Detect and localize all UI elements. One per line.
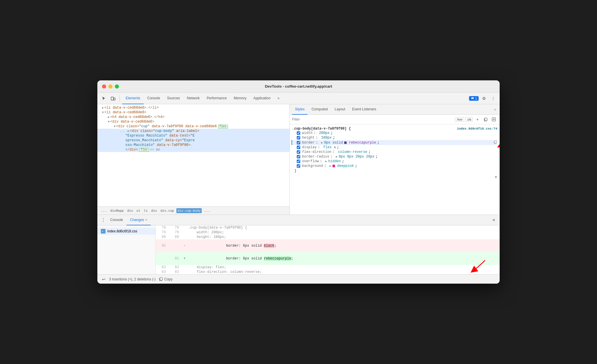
- svg-rect-8: [495, 141, 497, 143]
- dom-line[interactable]: ▼ <li data-v-ced68de6 >: [97, 110, 289, 115]
- bottom-panel: ⋮ Console Changes × × #: [97, 215, 500, 284]
- tab-event-listeners[interactable]: Event Listeners: [349, 104, 379, 115]
- tab-sources[interactable]: Sources: [164, 93, 183, 104]
- dom-line-cont3[interactable]: sso-Macchiato" data-v-7a0f9f00 > …: [97, 143, 289, 147]
- style-checkbox-border-radius[interactable]: [297, 155, 300, 158]
- minimize-button[interactable]: [108, 84, 113, 89]
- device-icon[interactable]: [109, 94, 117, 103]
- svg-rect-1: [114, 98, 115, 100]
- styles-content[interactable]: .cup-body[data-v-7a0f9f00] { index.8d6c6…: [290, 124, 500, 215]
- dom-line-cont[interactable]: "Espresso Macchiato" data-test="E: [97, 133, 289, 138]
- main-tabs: Elements Console Sources Network Perform…: [122, 93, 468, 104]
- line-num-right: 78: [169, 226, 182, 230]
- tab-elements[interactable]: Elements: [122, 93, 144, 104]
- cursor-icon[interactable]: [100, 94, 108, 103]
- copy-border-icon[interactable]: [494, 140, 497, 145]
- tab-layout[interactable]: Layout: [332, 104, 348, 115]
- tab-memory[interactable]: Memory: [230, 93, 250, 104]
- edit-style-icon[interactable]: [490, 116, 497, 123]
- breadcrumb-li[interactable]: li: [143, 208, 149, 213]
- tab-application[interactable]: Application: [250, 93, 274, 104]
- cls-badge[interactable]: .cls: [465, 117, 473, 122]
- style-prop-width[interactable]: width: 200px;: [292, 131, 497, 135]
- style-checkbox-width[interactable]: [297, 131, 300, 135]
- breadcrumb-ul[interactable]: ul: [135, 208, 141, 213]
- background-arrow[interactable]: ▶: [329, 164, 331, 168]
- breadcrumb-divcupbody[interactable]: div.cup-body: [176, 208, 202, 213]
- tab-network[interactable]: Network: [183, 93, 203, 104]
- breadcrumb-ellipsis[interactable]: ...: [100, 208, 108, 213]
- expand-arrow: ▼: [102, 111, 104, 114]
- tab-changes[interactable]: Changes ×: [127, 215, 151, 225]
- style-checkbox-border[interactable]: [297, 141, 300, 144]
- hov-badge[interactable]: :hov: [455, 117, 464, 122]
- style-prop-flex-direction[interactable]: flex-direction: column-reverse;: [292, 150, 497, 154]
- dom-tree[interactable]: ▶ <li data-v-ced68de6 > … </li> ▼ <li da…: [97, 104, 289, 206]
- expand-arrow: ▼: [114, 125, 115, 128]
- diff-content[interactable]: 78 78 .cup-body[data-v-7a0f9f00] { 79 79…: [156, 225, 500, 274]
- breadcrumb-more[interactable]: ...: [203, 208, 211, 213]
- color-swatch-border[interactable]: [344, 141, 347, 144]
- tab-performance[interactable]: Performance: [203, 93, 230, 104]
- file-name: index.8d6c6f18.css: [107, 229, 137, 233]
- styles-filter-input[interactable]: [292, 117, 454, 121]
- overflow-arrow[interactable]: ▶: [325, 160, 327, 163]
- maximize-button[interactable]: [115, 84, 119, 89]
- add-style-btn[interactable]: +: [494, 175, 497, 180]
- tab-console-bottom[interactable]: Console: [107, 215, 127, 225]
- color-swatch-background[interactable]: [332, 165, 335, 167]
- style-prop-display[interactable]: display: flex ⊞ ;: [292, 145, 497, 150]
- dom-line-close[interactable]: </div> flex == $0: [97, 147, 289, 152]
- style-checkbox-background[interactable]: [297, 164, 300, 168]
- line-num-left: 79: [156, 230, 169, 234]
- style-checkbox-overflow[interactable]: [297, 160, 300, 163]
- flex-badge: flex: [218, 125, 228, 128]
- dom-line[interactable]: ▼ <div data-v-ced68de6 >: [97, 119, 289, 124]
- undo-btn[interactable]: ↩: [102, 277, 106, 282]
- breadcrumb-div2[interactable]: div: [150, 208, 158, 213]
- tab-console[interactable]: Console: [144, 93, 164, 104]
- tab-computed[interactable]: Computed: [309, 104, 331, 115]
- border-radius-arrow[interactable]: ▶: [336, 155, 338, 158]
- tab-changes-close[interactable]: ×: [145, 218, 147, 222]
- notification-badge[interactable]: 1: [469, 96, 479, 101]
- diff-file-tree: # index.8d6c6f18.css: [97, 225, 156, 274]
- copy-style-icon[interactable]: [482, 116, 489, 123]
- style-checkbox-display[interactable]: [297, 146, 300, 149]
- panel-menu-icon[interactable]: ⋮: [100, 217, 107, 224]
- panel-close-btn[interactable]: ×: [490, 217, 497, 224]
- close-button[interactable]: [102, 84, 106, 89]
- dom-line[interactable]: ▶ <li data-v-ced68de6 > … </li>: [97, 105, 289, 110]
- copy-btn[interactable]: Copy: [159, 277, 173, 281]
- css-rule-source[interactable]: index.8d6c6f18.css:74: [457, 127, 497, 130]
- dom-line[interactable]: ▼ <div class="cup" data-v-7a0f9f00 data-…: [97, 124, 289, 129]
- style-prop-overflow[interactable]: overflow: ▶ hidden;: [292, 159, 497, 164]
- tab-styles[interactable]: Styles: [292, 104, 308, 115]
- line-num-left: 82: [156, 265, 169, 269]
- dom-line[interactable]: ▶ <h4 data-v-ced68de6 > … </h4>: [97, 115, 289, 119]
- add-style-icon[interactable]: +: [474, 116, 481, 123]
- style-checkbox-height[interactable]: [297, 136, 300, 139]
- border-arrow[interactable]: ▶: [321, 141, 323, 144]
- style-prop-background[interactable]: background: ▶ deeppink;: [292, 164, 497, 168]
- style-checkbox-flex-dir[interactable]: [297, 150, 300, 154]
- style-prop-border[interactable]: border: ▶ 6px solid rebeccapurple ;: [292, 140, 497, 145]
- styles-more-tabs[interactable]: »: [493, 106, 497, 113]
- style-prop-border-radius[interactable]: border-radius: ▶ 0px 0px 20px 20px;: [292, 154, 497, 159]
- diff-text-removed: border: 6px solid black;: [187, 240, 500, 252]
- svg-rect-0: [111, 97, 113, 100]
- dom-line-selected[interactable]: ... ▶ <div class="cup-body" aria-label=: [97, 129, 289, 133]
- settings-icon[interactable]: ⚙: [480, 94, 488, 103]
- style-prop-height[interactable]: height: 180px;: [292, 135, 497, 140]
- collapse-arrow: ▶: [102, 106, 104, 109]
- flex-badge: flex: [139, 148, 149, 152]
- breadcrumb-div[interactable]: div: [126, 208, 134, 213]
- breadcrumb-divcup[interactable]: div.cup: [159, 208, 175, 213]
- breadcrumb-divapp[interactable]: div#app: [109, 208, 125, 213]
- diff-file-item[interactable]: # index.8d6c6f18.css: [97, 228, 155, 235]
- dom-line-cont2[interactable]: spresso_Macchiato" data-cy="Espre: [97, 138, 289, 143]
- tab-more[interactable]: »: [274, 93, 283, 104]
- diff-sign: [182, 265, 187, 269]
- diff-sign-minus: -: [182, 244, 187, 248]
- more-options-icon[interactable]: ⋮: [489, 94, 497, 103]
